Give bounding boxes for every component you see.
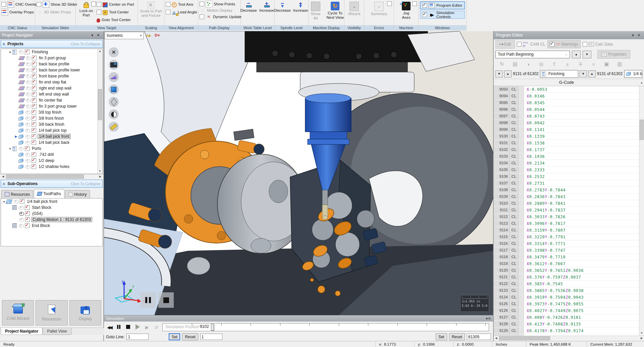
viewport-stop-button[interactable] xyxy=(158,292,174,308)
resources-button[interactable]: Resources xyxy=(36,300,67,326)
visibility-eye-icon[interactable] xyxy=(26,62,31,66)
scroll-down-icon[interactable]: ▼ xyxy=(98,169,102,174)
item-checkbox[interactable] xyxy=(32,98,37,103)
gcode-row[interactable]: 9124CLX0.3919Y-0.7504Z0.9043 xyxy=(494,294,639,301)
tree-item[interactable]: fin 3 port group xyxy=(1,55,98,61)
panel-menu-icon[interactable]: ▾ xyxy=(630,33,636,38)
visibility-eye-icon[interactable] xyxy=(26,105,31,108)
gcode-row[interactable]: 9119CLX0.3612Y-0.7667 xyxy=(494,261,639,267)
tree-item[interactable]: ▾1/4 ball pick front xyxy=(1,198,102,205)
search-up-button[interactable]: ▲ xyxy=(572,51,581,58)
tab-toolpaths[interactable]: ToolPaths xyxy=(34,189,64,198)
range-end-reset-button[interactable]: Reset xyxy=(449,333,465,340)
spindle-decrease-button[interactable]: Decrease xyxy=(274,1,291,25)
scroll-up-icon[interactable]: ▲ xyxy=(639,81,644,84)
item-checkbox[interactable] xyxy=(32,62,37,66)
goto-line-input[interactable]: 1 xyxy=(126,334,149,340)
visibility-eye-icon[interactable] xyxy=(26,56,31,60)
tree-item[interactable]: 3/8 front finish xyxy=(1,115,98,121)
gcode-hscrollbar[interactable]: ◀ ▶ xyxy=(494,336,644,341)
panel-close-icon[interactable]: ✕ xyxy=(95,33,101,38)
motion-display-button[interactable]: ◌ Motion Display xyxy=(200,7,241,13)
subop-prev-button[interactable]: ▼ xyxy=(580,70,587,77)
scroll-left-icon[interactable]: ◀ xyxy=(1,174,5,179)
tree-item[interactable]: fin 3 port group lower xyxy=(1,103,98,109)
range-end-set-button[interactable]: Set xyxy=(436,333,447,340)
clean-icon[interactable]: ≈ xyxy=(587,61,600,67)
visibility-eye-icon[interactable] xyxy=(19,212,24,216)
tree-item[interactable]: back base profile xyxy=(1,61,98,67)
item-checkbox[interactable] xyxy=(25,50,30,54)
tree-item[interactable]: right end step wall xyxy=(1,85,98,91)
visibility-eye-icon[interactable] xyxy=(25,141,31,144)
simulation-controls-checkbox[interactable] xyxy=(422,12,427,17)
visibility-eye-icon[interactable] xyxy=(25,153,31,157)
simulation-position-slider[interactable]: Simulation Position 9102 xyxy=(162,323,489,331)
pause-button[interactable] xyxy=(115,325,122,330)
work-table-decrease-button[interactable]: Decrease xyxy=(240,1,257,25)
tab-history[interactable]: History xyxy=(65,190,90,198)
gcode-row[interactable]: 9094CLX0.0146 xyxy=(494,93,639,100)
gcode-row[interactable]: 9111CLX0.2941Y-0.7837 xyxy=(494,207,639,214)
cam-wizard-button[interactable]: CAM Wizard xyxy=(2,300,34,326)
visibility-eye-icon[interactable] xyxy=(26,99,31,102)
gcode-row[interactable]: 9114CLX0.3159Y-0.7807 xyxy=(494,227,639,234)
gcode-row[interactable]: 9106CLX0.2532 xyxy=(494,173,639,180)
range-start-set-button[interactable]: Set xyxy=(169,333,180,340)
lead-angle-checkbox[interactable] xyxy=(166,10,170,14)
tree-item[interactable]: 3/8 back finish xyxy=(1,121,98,127)
gcode-row[interactable]: 9110CLX0.2889Y-0.7841 xyxy=(494,200,639,207)
goto-position-select[interactable]: Tool Path Beginning ⌄ xyxy=(495,51,570,58)
scale-to-part-button[interactable]: Scale to Part and Fixture xyxy=(139,1,163,25)
visibility-eye-icon[interactable] xyxy=(25,165,31,169)
item-checkbox[interactable] xyxy=(32,104,37,109)
step-button[interactable]: ▶̸ xyxy=(144,325,150,330)
gcode-row[interactable]: 9097CLX0.0743 xyxy=(494,113,639,120)
stats-icon[interactable]: ▥ xyxy=(613,61,626,67)
gcode-row[interactable]: 9103CLX0.1936 xyxy=(494,153,639,160)
slider-handle[interactable] xyxy=(211,324,214,331)
brightness-button[interactable] xyxy=(109,109,119,119)
visibility-eye-icon[interactable] xyxy=(19,50,24,54)
refresh-icon[interactable]: ↻ xyxy=(495,61,508,67)
save-view-icon[interactable]: s⛰ xyxy=(145,32,152,39)
goto-tool-center-button[interactable]: Goto Tool Center xyxy=(97,16,134,23)
visibility-eye-icon[interactable] xyxy=(19,218,24,222)
gcode-row[interactable]: 9107CLX0.2731 xyxy=(494,180,639,187)
panel-close-icon[interactable]: ✕ xyxy=(488,316,491,321)
projects-tree-vscrollbar[interactable]: ▲ ▼ xyxy=(97,49,102,174)
group-prev-button[interactable]: ▼ xyxy=(495,70,503,77)
play-button[interactable] xyxy=(134,324,141,331)
visibility-eye-icon[interactable] xyxy=(25,123,31,126)
gcode-row[interactable]: 9101CLX0.1538 xyxy=(494,140,639,147)
item-checkbox[interactable] xyxy=(32,140,36,145)
save-icon[interactable]: ▣ xyxy=(600,61,613,67)
scroll-down-icon[interactable]: ▼ xyxy=(639,331,644,336)
calc-data-toggle[interactable]: Calc Data xyxy=(583,42,613,47)
tree-item[interactable]: front base profile xyxy=(1,73,98,79)
show-points-checkbox[interactable] xyxy=(200,2,204,6)
scroll-left-icon[interactable]: ◀ xyxy=(494,336,498,341)
center-on-part-checkbox[interactable] xyxy=(97,2,101,7)
stop-button[interactable] xyxy=(125,325,131,330)
gcode-row[interactable]: 9113CLX0.3096Y-0.7817 xyxy=(494,220,639,227)
projects-section-header[interactable]: « Projects Click To Collapse xyxy=(1,40,103,48)
item-checkbox[interactable] xyxy=(32,92,37,97)
expander-icon[interactable]: ▾ xyxy=(8,147,12,151)
tree-item[interactable]: Cutting Motion 1 : 9131 of 61303 xyxy=(1,217,102,223)
display-button[interactable]: Display xyxy=(69,300,101,326)
tree-item[interactable]: 1/2 shallow holes xyxy=(1,164,98,170)
export-icon[interactable]: ⇧ xyxy=(548,61,561,67)
gcode-row[interactable]: 9104CLX0.2134 xyxy=(494,160,639,167)
subop-next-button[interactable]: ▲ xyxy=(588,70,596,77)
projects-tree-hscrollbar[interactable]: ◀ ▶ xyxy=(1,174,103,179)
gcode-row[interactable]: 9096CLX0.0544 xyxy=(494,106,639,113)
sub-operations-section-header[interactable]: « Sub-Operations Click To Collapse xyxy=(1,180,103,188)
tree-item[interactable]: Start Block xyxy=(1,205,102,211)
scrollbar-thumb[interactable] xyxy=(640,120,644,140)
gcode-row[interactable]: 9108CLX0.2783Y-0.7844 xyxy=(494,187,639,193)
machine-3d-viewport[interactable]: Isometric ▾ s⛰ D✕ ✕ z xyxy=(104,31,493,315)
panel-close-icon[interactable]: ✕ xyxy=(636,33,642,38)
loop-button[interactable]: ↺ xyxy=(153,325,160,330)
rewind-button[interactable]: ◀◀ xyxy=(106,325,113,330)
